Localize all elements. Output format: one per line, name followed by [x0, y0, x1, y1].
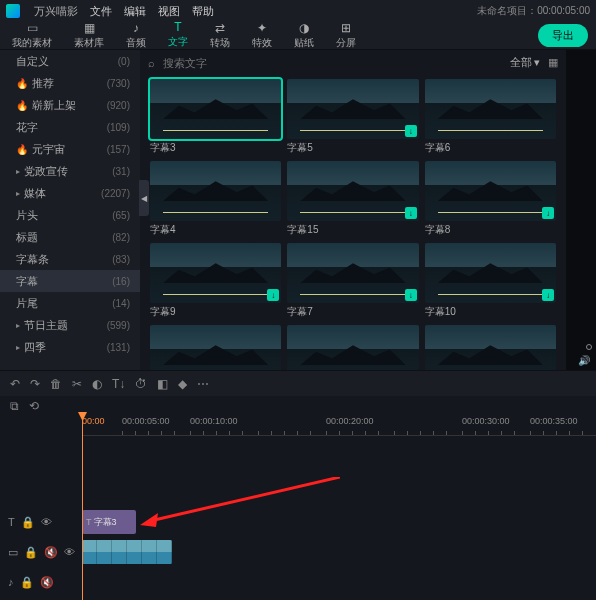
filter-label: 全部 [510, 55, 532, 70]
search-input[interactable] [163, 57, 502, 69]
timeline-ruler[interactable]: 00:0000:00:05:0000:00:10:0000:00:20:0000… [82, 416, 596, 436]
download-icon: ↓ [542, 207, 554, 219]
speed-icon[interactable]: ⏱ [135, 377, 147, 391]
sidebar-item-count: (131) [107, 342, 130, 353]
export-button[interactable]: 导出 [538, 24, 588, 47]
ruler-tick: 00:00:35:00 [530, 416, 578, 426]
sidebar-item-count: (599) [107, 320, 130, 331]
tab-icon: ⇄ [213, 21, 227, 35]
tab-label: 贴纸 [294, 36, 314, 50]
chevron-down-icon: ▾ [534, 56, 540, 69]
color-icon[interactable]: ◧ [157, 377, 168, 391]
sidebar-item-媒体[interactable]: ▸媒体(2207) [0, 182, 140, 204]
tab-分屏[interactable]: ⊞分屏 [332, 19, 360, 52]
asset-thumb[interactable] [150, 325, 281, 370]
tab-音频[interactable]: ♪音频 [122, 19, 150, 52]
tab-转场[interactable]: ⇄转场 [206, 19, 234, 52]
copy-icon[interactable]: ⧉ [10, 399, 19, 413]
delete-icon[interactable]: 🗑 [50, 377, 62, 391]
tab-贴纸[interactable]: ◑贴纸 [290, 19, 318, 52]
playhead[interactable] [82, 416, 83, 600]
record-indicator [586, 344, 592, 350]
app-name: 万兴喵影 [34, 4, 78, 19]
sidebar-item-label: 四季 [24, 340, 46, 355]
tab-文字[interactable]: T文字 [164, 18, 192, 53]
visibility-icon[interactable]: 👁 [64, 546, 75, 558]
sidebar-item-label: 推荐 [32, 76, 54, 91]
sidebar-item-count: (82) [112, 232, 130, 243]
sidebar-item-字幕条[interactable]: 字幕条(83) [0, 248, 140, 270]
thumb-preview [287, 325, 418, 370]
grid-view-icon[interactable]: ▦ [548, 56, 558, 69]
sidebar-item-count: (109) [107, 122, 130, 133]
sidebar-item-花字[interactable]: 花字(109) [0, 116, 140, 138]
lock-icon[interactable]: 🔒 [21, 516, 35, 529]
asset-thumb[interactable]: 字幕4 [150, 161, 281, 237]
more-icon[interactable]: ⋯ [197, 377, 209, 391]
asset-thumb[interactable]: ↓字幕7 [287, 243, 418, 319]
menu-file[interactable]: 文件 [90, 4, 112, 19]
sidebar-item-自定义[interactable]: 自定义(0) [0, 50, 140, 72]
text-clip[interactable]: T 字幕3 [82, 510, 136, 534]
sidebar-item-count: (31) [112, 166, 130, 177]
asset-thumb[interactable]: ↓字幕8 [425, 161, 556, 237]
sidebar-item-count: (2207) [101, 188, 130, 199]
tab-特效[interactable]: ✦特效 [248, 19, 276, 52]
crop-icon[interactable]: ◐ [92, 377, 102, 391]
video-track: ▭ 🔒 🔇 👁 [0, 538, 596, 566]
thumb-label: 字幕9 [150, 305, 281, 319]
sidebar-item-党政宣传[interactable]: ▸党政宣传(31) [0, 160, 140, 182]
ruler-tick: 00:00:05:00 [122, 416, 170, 426]
asset-thumb[interactable]: ↓字幕10 [425, 243, 556, 319]
sidebar-item-推荐[interactable]: 🔥推荐(730) [0, 72, 140, 94]
sidebar-item-元宇宙[interactable]: 🔥元宇宙(157) [0, 138, 140, 160]
video-clip[interactable] [82, 540, 172, 564]
tab-label: 文字 [168, 35, 188, 49]
sidebar-item-片尾[interactable]: 片尾(14) [0, 292, 140, 314]
text-tool-icon[interactable]: T↓ [112, 377, 125, 391]
sync-icon[interactable]: ⟲ [29, 399, 39, 413]
mute-icon[interactable]: 🔇 [44, 546, 58, 559]
sidebar-item-四季[interactable]: ▸四季(131) [0, 336, 140, 358]
asset-thumb[interactable]: ↓字幕15 [287, 161, 418, 237]
menu-help[interactable]: 帮助 [192, 4, 214, 19]
sidebar-item-节日主题[interactable]: ▸节日主题(599) [0, 314, 140, 336]
tab-我的素材[interactable]: ▭我的素材 [8, 19, 56, 52]
sidebar-item-字幕[interactable]: 字幕(16) [0, 270, 140, 292]
menu-view[interactable]: 视图 [158, 4, 180, 19]
asset-thumb[interactable]: 字幕3 [150, 79, 281, 155]
tab-素材库[interactable]: ▦素材库 [70, 19, 108, 52]
asset-thumb[interactable] [287, 325, 418, 370]
tab-icon: ▭ [25, 21, 39, 35]
thumb-label: 字幕5 [287, 141, 418, 155]
speaker-icon[interactable]: 🔊 [578, 355, 590, 366]
sidebar-item-标题[interactable]: 标题(82) [0, 226, 140, 248]
filter-dropdown[interactable]: 全部 ▾ [510, 55, 540, 70]
sidebar-item-片头[interactable]: 片头(65) [0, 204, 140, 226]
undo-icon[interactable]: ↶ [10, 377, 20, 391]
cut-icon[interactable]: ✂ [72, 377, 82, 391]
asset-thumb[interactable]: 字幕6 [425, 79, 556, 155]
sidebar-item-崭新上架[interactable]: 🔥崭新上架(920) [0, 94, 140, 116]
text-track-icon: T [8, 516, 15, 528]
sidebar-item-count: (157) [107, 144, 130, 155]
redo-icon[interactable]: ↷ [30, 377, 40, 391]
collapse-sidebar-handle[interactable]: ◀ [139, 180, 149, 216]
asset-thumb[interactable]: ↓字幕5 [287, 79, 418, 155]
sidebar-item-count: (14) [112, 298, 130, 309]
sidebar-item-label: 媒体 [24, 186, 46, 201]
project-title: 未命名项目：00:00:05:00 [477, 4, 590, 18]
keyframe-icon[interactable]: ◆ [178, 377, 187, 391]
thumb-preview: ↓ [425, 161, 556, 221]
tab-icon: ♪ [129, 21, 143, 35]
sidebar-item-label: 字幕 [16, 274, 38, 289]
mute-icon[interactable]: 🔇 [40, 576, 54, 589]
menu-edit[interactable]: 编辑 [124, 4, 146, 19]
visibility-icon[interactable]: 👁 [41, 516, 52, 528]
lock-icon[interactable]: 🔒 [20, 576, 34, 589]
asset-thumb[interactable]: ↓字幕9 [150, 243, 281, 319]
lock-icon[interactable]: 🔒 [24, 546, 38, 559]
ruler-tick: 00:00:20:00 [326, 416, 374, 426]
sidebar-item-count: (83) [112, 254, 130, 265]
asset-thumb[interactable] [425, 325, 556, 370]
